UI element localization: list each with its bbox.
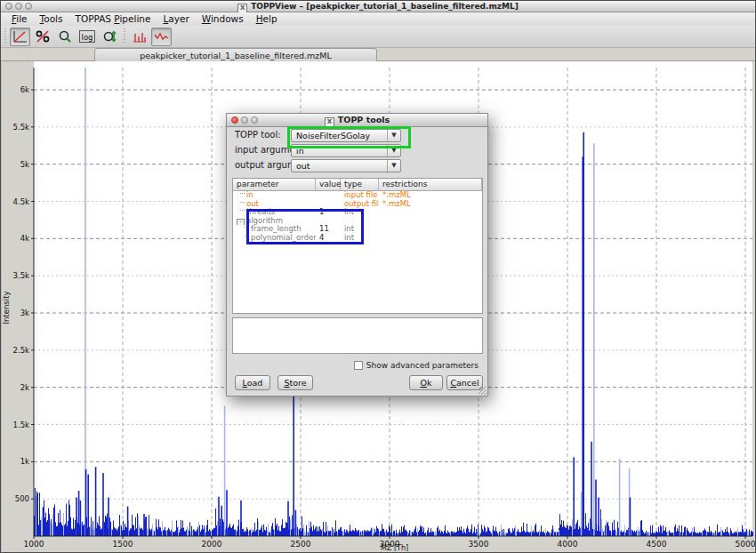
dialog-title: XTOPP tools [227, 114, 487, 126]
load-button[interactable]: Load [235, 375, 270, 390]
percent-icon [36, 30, 50, 43]
svg-text:2.5k: 2.5k [13, 346, 30, 355]
raw-data-mode-button[interactable] [151, 28, 172, 46]
svg-text:3k: 3k [20, 309, 29, 317]
toolbar-handle[interactable] [122, 28, 126, 44]
window-titlebar: XTOPPView – [peakpicker_tutorial_1_basel… [1, 1, 755, 12]
x-axis-title: MZ [Th] [381, 544, 408, 552]
menu-item-help[interactable]: Help [250, 12, 284, 26]
advanced-parameters-row: Show advanced parameters [227, 360, 479, 371]
svg-text:2000: 2000 [202, 540, 222, 549]
output-argument-select[interactable]: out▼ [291, 159, 401, 172]
svg-text:6k: 6k [20, 85, 29, 94]
svg-text:4k: 4k [20, 234, 29, 243]
svg-text:3500: 3500 [469, 540, 489, 549]
percentage-intensity-button[interactable] [32, 28, 52, 46]
log-intensity-button[interactable]: log [76, 28, 97, 46]
blue-highlight-box [246, 209, 364, 244]
svg-text:4500: 4500 [647, 540, 667, 549]
column-header-type[interactable]: type [341, 179, 379, 190]
svg-text:4000: 4000 [558, 540, 578, 549]
menu-item-tools[interactable]: Tools [34, 12, 69, 26]
parameter-table[interactable]: parametervaluetyperestrictions ininput f… [232, 178, 483, 314]
topp-tool-label: TOPP tool: [235, 129, 281, 141]
zoom-button[interactable] [54, 28, 75, 46]
stick-plot-icon [133, 30, 147, 43]
zoom-stack-button[interactable] [99, 28, 119, 46]
cancel-button[interactable]: Cancel [446, 375, 483, 390]
chevron-down-icon: ▼ [387, 160, 400, 172]
tab-spectrum-file[interactable]: peakpicker_tutorial_1_baseline_filtered.… [94, 48, 377, 61]
toppview-window: XTOPPView – [peakpicker_tutorial_1_basel… [0, 0, 756, 553]
svg-text:5.5k: 5.5k [13, 123, 30, 132]
parameter-table-header: parametervaluetyperestrictions [233, 179, 482, 191]
axes-diagonal-icon [12, 30, 28, 44]
svg-text:1k: 1k [20, 457, 29, 466]
toolbar-handle[interactable] [3, 28, 7, 44]
svg-text:500: 500 [15, 494, 29, 503]
show-advanced-label: Show advanced parameters [366, 361, 479, 370]
svg-text:5k: 5k [20, 160, 29, 169]
svg-text:2k: 2k [20, 383, 29, 392]
svg-text:4.5k: 4.5k [13, 197, 30, 206]
svg-text:1.5k: 1.5k [13, 421, 30, 429]
ok-button[interactable]: Ok [409, 375, 443, 390]
green-highlight-box [287, 126, 411, 148]
store-button[interactable]: Store [277, 375, 313, 390]
svg-text:3.5k: 3.5k [13, 271, 30, 280]
svg-text:2500: 2500 [291, 540, 311, 549]
window-title: XTOPPView – [peakpicker_tutorial_1_basel… [1, 1, 755, 12]
parameter-description-box [232, 317, 483, 354]
svg-text:log: log [81, 33, 92, 42]
tree-collapse-icon[interactable]: - [237, 219, 245, 226]
dialog-titlebar: XTOPP tools [227, 114, 487, 127]
tabbar: peakpicker_tutorial_1_baseline_filtered.… [1, 47, 755, 61]
magnifier-arrows-icon [102, 30, 117, 44]
toolbar: log [1, 26, 755, 48]
parameter-row-in[interactable]: ininput file*.mzML [233, 191, 482, 200]
svg-text:1500: 1500 [113, 540, 133, 549]
magnifier-icon [58, 30, 72, 44]
column-header-value[interactable]: value [316, 179, 341, 190]
menu-item-toppas-pipeline[interactable]: TOPPAS Pipeline [68, 12, 157, 26]
menu-item-layer[interactable]: Layer [157, 12, 195, 26]
column-header-parameter[interactable]: parameter [233, 179, 316, 190]
topp-tools-dialog: XTOPP tools TOPP tool: NoiseFilterSGolay… [226, 113, 488, 397]
menu-item-windows[interactable]: Windows [196, 12, 250, 26]
menu-item-file[interactable]: File [5, 12, 34, 26]
polyline-icon [154, 31, 169, 43]
y-axis-title: Intensity [2, 292, 11, 325]
peak-mode-button[interactable] [129, 28, 149, 46]
column-header-restrictions[interactable]: restrictions [379, 179, 482, 190]
menubar: FileToolsTOPPAS PipelineLayerWindowsHelp [1, 12, 755, 27]
log-icon: log [79, 30, 95, 43]
svg-text:5000: 5000 [736, 540, 756, 549]
svg-text:1000: 1000 [24, 540, 44, 549]
reset-axes-button[interactable] [10, 28, 30, 46]
resize-grip[interactable] [479, 387, 487, 395]
parameter-row-out[interactable]: outoutput file*.mzML [233, 200, 482, 209]
show-advanced-checkbox[interactable] [354, 361, 363, 370]
